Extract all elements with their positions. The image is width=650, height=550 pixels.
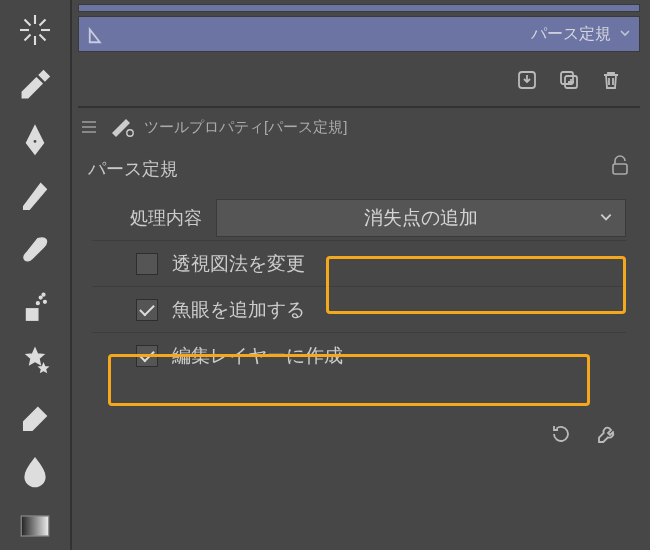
decoration-tool[interactable] (11, 337, 59, 384)
svg-rect-9 (27, 308, 38, 319)
svg-line-6 (40, 19, 46, 25)
subtool-actions (78, 58, 640, 102)
brush-settings-icon[interactable] (108, 115, 136, 140)
reset-icon[interactable] (546, 419, 576, 449)
svg-line-5 (40, 34, 46, 40)
svg-point-11 (44, 300, 47, 303)
change-perspective-row: 透視図法を変更 (92, 241, 626, 287)
create-on-edit-label: 編集レイヤーに作成 (172, 343, 343, 369)
perspective-ruler-icon (85, 21, 111, 47)
panel-menu-icon[interactable] (82, 118, 100, 136)
svg-line-7 (25, 34, 31, 40)
magic-wand-tool[interactable] (11, 6, 59, 53)
process-label: 処理内容 (92, 206, 202, 230)
svg-point-12 (36, 301, 39, 304)
eraser-tool[interactable] (11, 392, 59, 439)
svg-rect-19 (613, 164, 627, 174)
svg-line-4 (25, 19, 31, 25)
chevron-down-icon (599, 207, 613, 229)
gradient-tool[interactable] (11, 503, 59, 550)
subtool-row-prev[interactable] (78, 4, 640, 12)
panel-footer (78, 419, 640, 449)
svg-point-13 (42, 293, 45, 296)
process-row: 処理内容 消失点の追加 (92, 195, 626, 241)
create-on-edit-row: 編集レイヤーに作成 (92, 333, 626, 379)
subtool-selector[interactable]: パース定規 (78, 16, 640, 52)
airbrush-tool[interactable] (11, 282, 59, 329)
svg-point-8 (33, 139, 37, 143)
subtool-label: パース定規 (121, 24, 619, 45)
settings-list: 処理内容 消失点の追加 透視図法を変更 魚眼を追加する 編集レイヤーに作成 (78, 189, 640, 379)
add-fisheye-label: 魚眼を追加する (172, 297, 305, 323)
brush-tool[interactable] (11, 227, 59, 274)
chevron-down-icon (619, 25, 633, 43)
process-value: 消失点の追加 (364, 205, 478, 231)
main-area: パース定規 ツールプロパティ[パース定規] パース定規 (72, 0, 650, 550)
panel-header-text: ツールプロパティ[パース定規] (144, 118, 347, 137)
import-icon[interactable] (512, 65, 542, 95)
change-perspective-label: 透視図法を変更 (172, 251, 305, 277)
add-fisheye-row: 魚眼を追加する (92, 287, 626, 333)
svg-point-18 (127, 129, 133, 135)
tool-sidebar (0, 0, 72, 550)
add-fisheye-checkbox[interactable] (136, 299, 158, 321)
pencil-tool[interactable] (11, 172, 59, 219)
svg-point-10 (39, 296, 42, 299)
wrench-icon[interactable] (592, 419, 622, 449)
create-on-edit-checkbox[interactable] (136, 345, 158, 367)
panel-title: パース定規 (88, 157, 178, 181)
change-perspective-checkbox[interactable] (136, 253, 158, 275)
lock-icon[interactable] (610, 154, 630, 181)
trash-icon[interactable] (596, 65, 626, 95)
tool-property-panel: ツールプロパティ[パース定規] パース定規 処理内容 消失点の追加 透視図法を (78, 106, 640, 449)
duplicate-icon[interactable] (554, 65, 584, 95)
blend-tool[interactable] (11, 448, 59, 495)
pen-tool[interactable] (11, 116, 59, 163)
process-dropdown[interactable]: 消失点の追加 (216, 199, 626, 237)
eyedropper-tool[interactable] (11, 61, 59, 108)
svg-rect-14 (21, 516, 49, 536)
